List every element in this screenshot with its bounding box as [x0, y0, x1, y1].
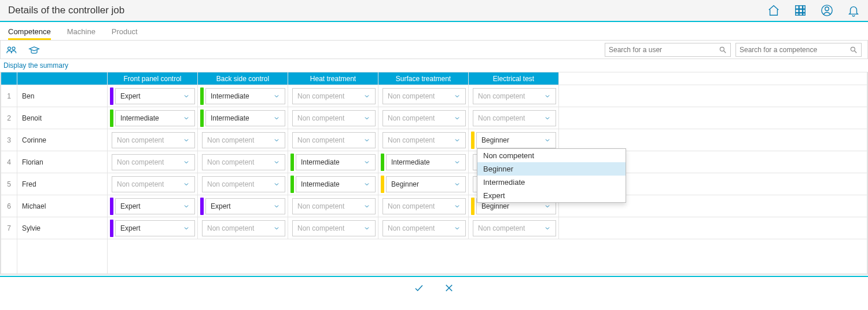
dropdown-option[interactable]: Beginner: [477, 162, 626, 176]
col-heat[interactable]: Heat treatment: [288, 72, 378, 85]
home-icon[interactable]: [767, 4, 780, 17]
competence-select[interactable]: Non competent: [112, 132, 195, 148]
tab-competence[interactable]: Competence: [8, 23, 51, 39]
competence-value: Beginner: [481, 202, 509, 210]
competence-cell: Non competent: [469, 107, 559, 129]
competence-cell: Non competent: [198, 151, 288, 173]
competence-cell: Beginner: [378, 173, 469, 195]
competence-select[interactable]: Intermediate: [115, 110, 195, 126]
competence-select[interactable]: Non competent: [473, 220, 556, 236]
competence-select[interactable]: Non competent: [292, 198, 376, 214]
competence-cell: Non competent: [469, 217, 559, 239]
competence-select[interactable]: Intermediate: [296, 176, 376, 192]
tab-machine[interactable]: Machine: [67, 23, 95, 39]
level-indicator: [290, 176, 294, 193]
competence-grid-wrap: Front panel control Back side control He…: [0, 72, 868, 275]
level-indicator: [471, 198, 475, 215]
competence-cell: Expert: [108, 195, 198, 217]
competence-value: Non competent: [297, 114, 344, 122]
competence-value: Beginner: [481, 136, 509, 144]
col-surface[interactable]: Surface treatment: [378, 72, 469, 85]
competence-value: Non competent: [117, 158, 164, 166]
competence-value: Expert: [211, 202, 231, 210]
level-indicator: [381, 176, 384, 193]
competence-select[interactable]: Expert: [115, 198, 195, 214]
svg-rect-2: [803, 6, 806, 9]
competence-dropdown-menu[interactable]: Non competentBeginnerIntermediateExpert: [477, 148, 626, 203]
competence-select[interactable]: Intermediate: [386, 154, 466, 170]
search-user-input[interactable]: [609, 46, 719, 54]
competence-select[interactable]: Expert: [115, 88, 195, 104]
dropdown-option[interactable]: Intermediate: [477, 176, 626, 189]
competence-select[interactable]: Expert: [205, 198, 285, 214]
competence-select[interactable]: Non competent: [382, 132, 466, 148]
competence-select[interactable]: Non competent: [292, 220, 376, 236]
competence-select[interactable]: Beginner: [476, 132, 556, 148]
header: Details of the controller job: [0, 0, 868, 22]
cancel-button[interactable]: [444, 283, 454, 293]
competence-value: Non competent: [117, 180, 164, 188]
col-front-panel[interactable]: Front panel control: [108, 72, 198, 85]
competence-value: Non competent: [388, 224, 435, 232]
grid-header-row: Front panel control Back side control He…: [1, 72, 867, 85]
competence-select[interactable]: Non competent: [382, 220, 466, 236]
competence-value: Non competent: [297, 136, 344, 144]
table-row: 1BenExpertIntermediateNon competentNon c…: [1, 85, 867, 107]
competence-select[interactable]: Non competent: [202, 176, 285, 192]
competence-cell: Expert: [198, 195, 288, 217]
svg-rect-4: [799, 9, 803, 13]
competence-select[interactable]: Expert: [115, 220, 195, 236]
col-electrical[interactable]: Electrical test: [469, 72, 559, 85]
competence-select[interactable]: Non competent: [292, 88, 376, 104]
competence-select[interactable]: Non competent: [202, 132, 285, 148]
search-user[interactable]: [605, 43, 731, 57]
competence-select[interactable]: Non competent: [382, 88, 466, 104]
competence-select[interactable]: Non competent: [202, 220, 285, 236]
competence-select[interactable]: Intermediate: [205, 88, 285, 104]
search-competence-input[interactable]: [740, 46, 849, 54]
competence-select[interactable]: Non competent: [292, 110, 376, 126]
competence-select[interactable]: Non competent: [382, 110, 466, 126]
confirm-button[interactable]: [414, 283, 424, 293]
user-icon[interactable]: [821, 4, 833, 17]
row-index: 1: [1, 85, 17, 107]
competence-cell: Expert: [108, 85, 198, 107]
svg-point-14: [851, 47, 855, 51]
competence-cell: Non competent: [198, 173, 288, 195]
header-icons: [767, 4, 860, 17]
tab-product[interactable]: Product: [112, 23, 138, 39]
col-back-side[interactable]: Back side control: [198, 72, 288, 85]
competence-select[interactable]: Non competent: [112, 154, 195, 170]
competence-value: Non competent: [478, 92, 525, 100]
competence-select[interactable]: Beginner: [386, 176, 466, 192]
row-index: 5: [1, 173, 17, 195]
bell-icon[interactable]: [847, 4, 860, 17]
competence-select[interactable]: Non competent: [473, 110, 556, 126]
competence-select[interactable]: Intermediate: [296, 154, 376, 170]
competence-select[interactable]: Non competent: [202, 154, 285, 170]
competence-value: Non competent: [478, 224, 525, 232]
summary-link[interactable]: Display the summary: [0, 59, 72, 72]
competence-select[interactable]: Non competent: [382, 198, 466, 214]
table-row: 5FredNon competentNon competentIntermedi…: [1, 173, 867, 195]
dropdown-option[interactable]: Expert: [477, 189, 626, 202]
dropdown-option[interactable]: Non competent: [477, 149, 626, 162]
row-name: Florian: [17, 151, 108, 173]
graduation-icon[interactable]: [28, 45, 40, 54]
level-indicator: [110, 220, 113, 237]
competence-select[interactable]: Non competent: [112, 176, 195, 192]
row-name: Ben: [17, 85, 108, 107]
competence-select[interactable]: Intermediate: [205, 110, 285, 126]
grid-icon[interactable]: [794, 4, 807, 17]
search-competence[interactable]: [735, 43, 862, 57]
competence-cell: Non competent: [108, 129, 198, 151]
competence-select[interactable]: Non competent: [292, 132, 376, 148]
svg-rect-1: [799, 6, 803, 9]
competence-value: Non competent: [388, 114, 435, 122]
svg-rect-5: [803, 9, 806, 13]
competence-cell: Non competent: [378, 85, 469, 107]
competence-cell: Non competent: [198, 217, 288, 239]
toolbar: [0, 41, 868, 59]
users-icon[interactable]: [6, 45, 18, 54]
competence-select[interactable]: Non competent: [473, 88, 556, 104]
